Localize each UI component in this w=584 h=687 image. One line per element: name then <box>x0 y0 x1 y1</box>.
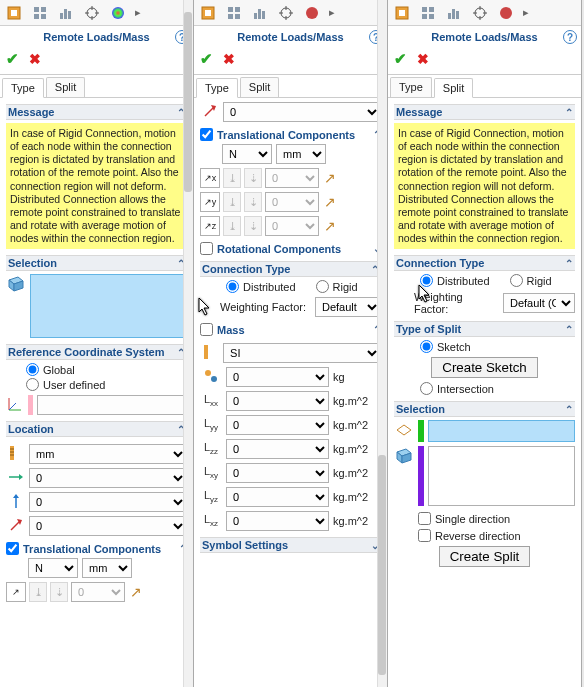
axis-y-button[interactable]: ↗y <box>200 192 220 212</box>
inertia-value-lzz[interactable]: 0 <box>226 439 329 459</box>
loc-x-input[interactable]: 0 <box>29 468 187 488</box>
tool-target-icon[interactable] <box>274 2 298 24</box>
tool-appearance-icon[interactable] <box>300 2 324 24</box>
tool-appearance-icon[interactable] <box>106 2 130 24</box>
tab-split[interactable]: Split <box>46 77 85 97</box>
loc-y-input[interactable]: 0 <box>29 492 187 512</box>
cancel-icon[interactable]: ✖ <box>29 51 41 67</box>
radio-intersection[interactable]: Intersection <box>420 382 575 395</box>
axis-z-button[interactable]: ↗z <box>200 216 220 236</box>
loc-z-input[interactable]: 0 <box>29 516 187 536</box>
selection-listbox[interactable] <box>30 274 187 338</box>
tc-x-value[interactable]: 0 <box>265 168 319 188</box>
symbol-settings-header[interactable]: Symbol Settings ⌄ <box>200 537 381 553</box>
scrollbar[interactable] <box>377 0 387 687</box>
create-sketch-button[interactable]: Create Sketch <box>431 357 537 378</box>
dir-arrow-icon[interactable]: ↗ <box>322 194 338 210</box>
tab-type[interactable]: Type <box>2 78 44 98</box>
radio-distributed[interactable]: Distributed <box>226 280 296 293</box>
selection-header[interactable]: Selection ⌃ <box>6 255 187 271</box>
location-unit-select[interactable]: mm <box>29 444 187 464</box>
content-scroll[interactable]: Message ⌃ In case of Rigid Connection, m… <box>388 98 581 687</box>
tab-type[interactable]: Type <box>196 78 238 98</box>
mass-check[interactable] <box>200 323 213 336</box>
tool-grid-icon[interactable] <box>222 2 246 24</box>
tc-y-value[interactable]: 0 <box>265 192 319 212</box>
tool-overflow-icon[interactable]: ▸ <box>326 2 338 24</box>
tab-type[interactable]: Type <box>390 77 432 97</box>
conntype-header[interactable]: Connection Type ⌃ <box>394 255 575 271</box>
tool-overflow-icon[interactable]: ▸ <box>132 2 144 24</box>
radio-userdefined[interactable]: User defined <box>26 378 187 391</box>
message-header[interactable]: Message ⌃ <box>394 104 575 120</box>
check-reverse-direction[interactable]: Reverse direction <box>418 529 575 542</box>
tab-split[interactable]: Split <box>240 77 279 97</box>
inertia-value-lxx[interactable]: 0 <box>226 391 329 411</box>
tool-featuretree-icon[interactable] <box>2 2 26 24</box>
len-unit-select[interactable]: mm <box>82 558 132 578</box>
trans-comp-check[interactable] <box>200 128 213 141</box>
cancel-icon[interactable]: ✖ <box>417 51 429 67</box>
tool-grid-icon[interactable] <box>416 2 440 24</box>
dir-arrow-icon[interactable]: ↗ <box>322 170 338 186</box>
inertia-value-lxy[interactable]: 0 <box>226 463 329 483</box>
tc-z-value[interactable]: 0 <box>265 216 319 236</box>
len-unit-select[interactable]: mm <box>276 144 326 164</box>
refcoord-header[interactable]: Reference Coordinate System ⌃ <box>6 344 187 360</box>
force-unit-select[interactable]: N <box>28 558 78 578</box>
radio-rigid[interactable]: Rigid <box>510 274 552 287</box>
trans-comp-header[interactable]: Translational Components ⌃ <box>200 128 381 141</box>
tool-overflow-icon[interactable]: ▸ <box>520 2 532 24</box>
content-scroll[interactable]: Message ⌃ In case of Rigid Connection, m… <box>0 98 193 687</box>
content-scroll[interactable]: 0 Translational Components ⌃ N mm ↗x ⤓⇣ … <box>194 98 387 687</box>
trans-comp-check[interactable] <box>6 542 19 555</box>
radio-rigid[interactable]: Rigid <box>316 280 358 293</box>
inertia-value-lyz[interactable]: 0 <box>226 487 329 507</box>
dir-arrow-icon[interactable]: ↗ <box>322 218 338 234</box>
rot-comp-header[interactable]: Rotational Components ⌄ <box>200 242 381 255</box>
mass-unitsys-select[interactable]: SI <box>223 343 381 363</box>
face-select-icon[interactable] <box>6 274 26 294</box>
scroll-thumb[interactable] <box>378 455 386 675</box>
mass-header[interactable]: Mass ⌃ <box>200 323 381 336</box>
tc-btn-b[interactable]: ⇣ <box>50 582 68 602</box>
tc-x-value[interactable]: 0 <box>71 582 125 602</box>
selection-header[interactable]: Selection ⌃ <box>394 401 575 417</box>
tool-target-icon[interactable] <box>80 2 104 24</box>
help-icon[interactable]: ? <box>563 30 577 44</box>
cancel-icon[interactable]: ✖ <box>223 51 235 67</box>
ok-icon[interactable]: ✔ <box>394 50 407 68</box>
weighting-select[interactable]: Default (C <box>503 293 575 313</box>
selection-listbox-1[interactable] <box>428 420 575 442</box>
tool-target-icon[interactable] <box>468 2 492 24</box>
top-value-select[interactable]: 0 <box>223 102 381 122</box>
tc-btn-a[interactable]: ⤓ <box>29 582 47 602</box>
rot-comp-check[interactable] <box>200 242 213 255</box>
split-type-header[interactable]: Type of Split ⌃ <box>394 321 575 337</box>
ok-icon[interactable]: ✔ <box>200 50 213 68</box>
scrollbar[interactable] <box>183 0 193 687</box>
coord-sys-input[interactable] <box>37 395 187 415</box>
trans-comp-header[interactable]: Translational Components ⌃ <box>6 542 187 555</box>
dir-arrow-icon[interactable]: ↗ <box>128 584 144 600</box>
edge-select-icon[interactable] <box>394 420 414 440</box>
coord-icon[interactable] <box>6 395 24 415</box>
weighting-select[interactable]: Default <box>315 297 381 317</box>
selection-listbox-2[interactable] <box>428 446 575 506</box>
check-single-direction[interactable]: Single direction <box>418 512 575 525</box>
tool-chart-icon[interactable] <box>442 2 466 24</box>
tool-featuretree-icon[interactable] <box>196 2 220 24</box>
tool-chart-icon[interactable] <box>54 2 78 24</box>
ok-icon[interactable]: ✔ <box>6 50 19 68</box>
tool-grid-icon[interactable] <box>28 2 52 24</box>
create-split-button[interactable]: Create Split <box>439 546 531 567</box>
tool-featuretree-icon[interactable] <box>390 2 414 24</box>
location-header[interactable]: Location ⌃ <box>6 421 187 437</box>
radio-sketch[interactable]: Sketch <box>420 340 575 353</box>
inertia-value-lyy[interactable]: 0 <box>226 415 329 435</box>
face-select-icon[interactable] <box>394 446 414 466</box>
tab-split[interactable]: Split <box>434 78 473 98</box>
scroll-thumb[interactable] <box>184 12 192 192</box>
radio-distributed[interactable]: Distributed <box>420 274 490 287</box>
tool-chart-icon[interactable] <box>248 2 272 24</box>
